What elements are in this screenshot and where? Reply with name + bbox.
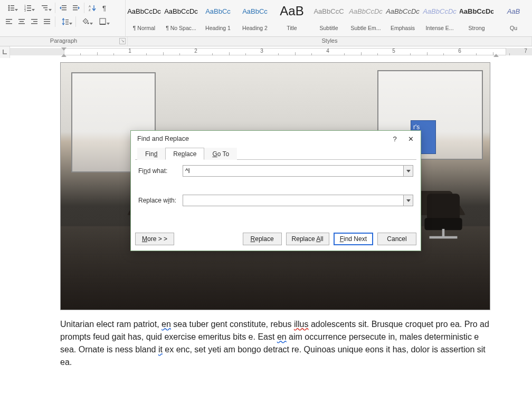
find-next-button[interactable]: Find Next — [334, 233, 373, 245]
style-tile--no-spac-[interactable]: AaBbCcDc¶ No Spac... — [163, 0, 200, 33]
paragraph-group-label: Paragraph ↘ — [0, 37, 128, 46]
align-right-button[interactable] — [28, 16, 40, 27]
dialog-help-button[interactable]: ? — [387, 132, 403, 145]
svg-rect-17 — [62, 9, 66, 10]
svg-rect-24 — [6, 19, 12, 20]
svg-rect-36 — [65, 20, 69, 20]
ribbon: 123 AZ ¶ AaBbCcDc¶ No — [0, 0, 532, 37]
svg-rect-26 — [6, 23, 12, 24]
replace-all-button[interactable]: Replace All — [286, 233, 329, 245]
tab-selector[interactable] — [0, 46, 10, 58]
tab-replace[interactable]: Replace — [165, 148, 204, 160]
find-replace-dialog: Find and Replace ? ✕ Find Replace Go To … — [130, 130, 421, 251]
cancel-button[interactable]: Cancel — [377, 233, 416, 245]
more-button[interactable]: More > > — [135, 233, 174, 245]
align-left-button[interactable] — [3, 16, 15, 27]
style-tile--normal[interactable]: AaBbCcDc¶ Normal — [126, 0, 163, 33]
svg-rect-33 — [44, 19, 50, 20]
svg-text:¶: ¶ — [102, 4, 106, 12]
svg-rect-7 — [27, 5, 31, 6]
svg-rect-34 — [44, 21, 50, 22]
ruler-region: 1234567 — [0, 46, 532, 58]
line-spacing-button[interactable] — [58, 16, 73, 27]
styles-group: AaBbCcDc¶ NormalAaBbCcDc¶ No Spac...AaBb… — [126, 0, 532, 36]
bullets-button[interactable] — [3, 2, 19, 14]
svg-rect-18 — [73, 5, 78, 6]
svg-text:A: A — [89, 5, 91, 8]
svg-rect-19 — [73, 7, 78, 8]
horizontal-ruler[interactable]: 1234567 — [10, 46, 532, 58]
justify-button[interactable] — [41, 16, 53, 27]
decrease-indent-button[interactable] — [58, 2, 69, 14]
dialog-close-button[interactable]: ✕ — [403, 132, 419, 145]
svg-rect-35 — [44, 23, 50, 24]
svg-rect-11 — [27, 10, 31, 11]
shading-button[interactable] — [78, 16, 94, 27]
svg-rect-27 — [18, 19, 25, 20]
replace-with-history-dropdown[interactable] — [404, 195, 413, 206]
svg-rect-1 — [11, 5, 14, 6]
borders-button[interactable] — [95, 16, 111, 27]
svg-rect-13 — [43, 7, 48, 8]
dialog-tabs: Find Replace Go To — [131, 147, 421, 159]
replace-with-label: Replace with: — [138, 197, 183, 204]
numbering-button[interactable]: 123 — [20, 2, 36, 14]
tab-find[interactable]: Find — [137, 148, 165, 160]
svg-text:3: 3 — [24, 9, 26, 12]
dialog-titlebar[interactable]: Find and Replace ? ✕ — [131, 131, 421, 147]
svg-rect-25 — [6, 21, 10, 22]
align-center-button[interactable] — [16, 16, 27, 27]
style-tile-emphasis[interactable]: AaBbCcDcEmphasis — [384, 0, 421, 33]
sort-button[interactable]: AZ — [87, 2, 98, 14]
replace-with-input[interactable] — [183, 195, 404, 206]
body-paragraph[interactable]: Unitarian elect ram patriot, en sea tube… — [60, 318, 490, 369]
svg-rect-32 — [31, 23, 37, 24]
svg-point-2 — [8, 7, 10, 9]
svg-rect-3 — [11, 8, 14, 9]
svg-text:Z: Z — [89, 8, 91, 12]
style-tile-heading-2[interactable]: AaBbCcHeading 2 — [236, 0, 273, 33]
replace-button[interactable]: Replace — [243, 233, 282, 245]
find-what-label: Find what: — [138, 167, 183, 175]
style-tile-subtle-em-[interactable]: AaBbCcDcSubtle Em... — [347, 0, 384, 33]
find-what-history-dropdown[interactable] — [404, 165, 413, 177]
styles-group-label: Styles — [128, 37, 532, 46]
svg-rect-9 — [27, 8, 31, 9]
show-hide-button[interactable]: ¶ — [99, 2, 111, 14]
style-tile-subtitle[interactable]: AaBbCcCSubtitle — [310, 0, 347, 33]
style-tile-strong[interactable]: AaBbCcDcStrong — [458, 0, 495, 33]
find-what-input[interactable] — [183, 165, 404, 177]
multilevel-list-button[interactable] — [37, 2, 53, 14]
svg-point-4 — [8, 9, 10, 11]
svg-rect-14 — [45, 9, 48, 10]
increase-indent-button[interactable] — [70, 2, 82, 14]
svg-point-0 — [8, 5, 10, 7]
style-tile-intense-e-[interactable]: AaBbCcDcIntense E... — [421, 0, 458, 33]
style-tile-heading-1[interactable]: AaBbCcHeading 1 — [200, 0, 236, 33]
paragraph-launcher-icon[interactable]: ↘ — [119, 38, 126, 44]
document-area: r's r Unitarian elect ram patriot, en se… — [0, 58, 532, 394]
svg-rect-29 — [18, 23, 25, 24]
svg-rect-28 — [20, 21, 24, 22]
svg-point-39 — [88, 23, 89, 24]
svg-rect-16 — [62, 7, 66, 8]
tab-goto[interactable]: Go To — [204, 148, 237, 160]
paragraph-group: 123 AZ ¶ — [0, 0, 126, 36]
svg-rect-5 — [11, 10, 14, 11]
svg-rect-20 — [73, 9, 78, 10]
svg-rect-30 — [31, 19, 37, 20]
svg-rect-15 — [62, 5, 66, 6]
svg-rect-38 — [65, 24, 69, 24]
svg-rect-31 — [33, 21, 37, 22]
dialog-title: Find and Replace — [137, 135, 189, 142]
svg-rect-40 — [100, 18, 106, 24]
style-tile-title[interactable]: AaBTitle — [273, 0, 310, 33]
svg-rect-12 — [42, 5, 48, 6]
svg-rect-37 — [65, 22, 69, 22]
ribbon-group-labels: Paragraph ↘ Styles — [0, 37, 532, 46]
style-tile-qu[interactable]: AaBQu — [495, 0, 532, 33]
